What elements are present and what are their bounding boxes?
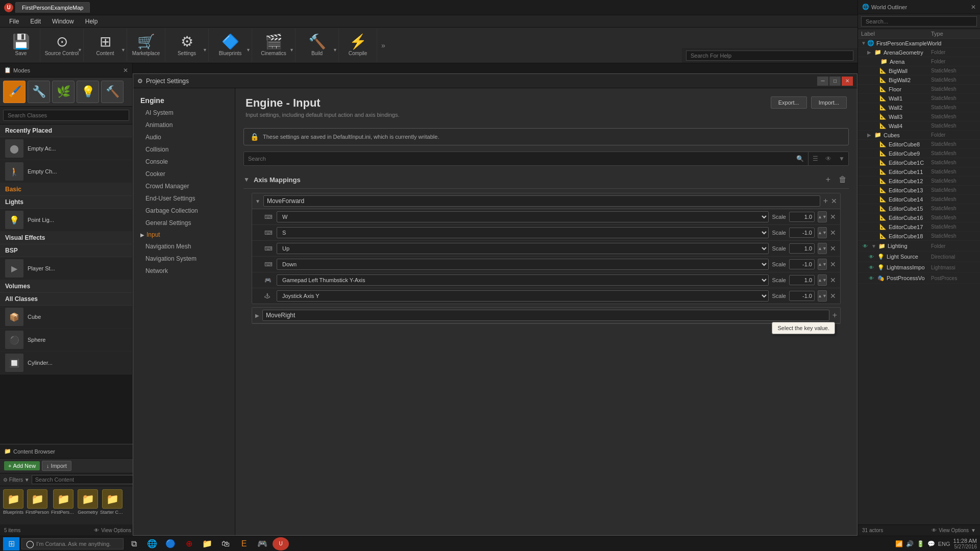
mode-icon-0[interactable]: 🖌️ bbox=[3, 81, 26, 103]
store-button[interactable]: 🛍 bbox=[217, 537, 234, 550]
place-item-1[interactable]: 🚶 Empty Ch... bbox=[0, 160, 132, 183]
cinematics-button[interactable]: 🎬 Cinematics ▼ bbox=[252, 29, 296, 62]
wo-item-lightmass[interactable]: 👁 💡 LightmassImpo Lightmassi bbox=[858, 262, 980, 273]
mode-icon-1[interactable]: 🔧 bbox=[28, 81, 50, 103]
content-search-input[interactable] bbox=[32, 475, 139, 484]
scale-arrow-s[interactable]: ▲▼ bbox=[818, 227, 827, 238]
category-bsp[interactable]: BSP bbox=[0, 244, 132, 257]
mg-expand-arrow-0[interactable]: ▼ bbox=[255, 198, 260, 204]
axis-section-arrow[interactable]: ▼ bbox=[243, 176, 250, 183]
import-button[interactable]: ↓ Import bbox=[42, 461, 71, 471]
scale-arrow-gamepad[interactable]: ▲▼ bbox=[818, 274, 827, 286]
scale-arrow-down[interactable]: ▲▼ bbox=[818, 259, 827, 270]
menu-help[interactable]: Help bbox=[80, 17, 103, 26]
ps-nav-console[interactable]: Console bbox=[133, 156, 235, 168]
mg-add-binding-button-0[interactable]: + bbox=[823, 196, 828, 206]
scale-arrow-w[interactable]: ▲▼ bbox=[818, 211, 827, 222]
cb-view-options-button[interactable]: 👁 View Options ▼ bbox=[94, 528, 138, 533]
axis-delete-button[interactable]: 🗑 bbox=[837, 174, 849, 185]
mg-expand-arrow-1[interactable]: ▶ bbox=[255, 313, 259, 318]
ps-nav-input-group[interactable]: ▶ Input bbox=[133, 229, 235, 240]
mg-name-input-0[interactable] bbox=[263, 195, 820, 207]
wo-item-world[interactable]: ▼ 🌐 FirstPersonExampleWorld bbox=[858, 39, 980, 48]
wo-vis-lighting[interactable]: 👁 bbox=[861, 242, 869, 250]
world-outliner-close[interactable]: ✕ bbox=[971, 4, 976, 11]
mode-icon-4[interactable]: 🔨 bbox=[101, 81, 124, 103]
binding-scale-input-up[interactable] bbox=[789, 243, 815, 254]
ps-nav-audio[interactable]: Audio bbox=[133, 131, 235, 143]
wo-item-floor[interactable]: 📐 Floor StaticMesh bbox=[858, 85, 980, 94]
settings-button[interactable]: ⚙ Settings ▼ bbox=[165, 29, 209, 62]
wo-item-lightsource[interactable]: 👁 💡 Light Source Directional bbox=[858, 252, 980, 262]
source-control-button[interactable]: ⊙ Source Control ▼ bbox=[40, 29, 84, 62]
binding-scale-input-s[interactable] bbox=[789, 228, 815, 238]
ps-nav-end-user-settings[interactable]: End-User Settings bbox=[133, 192, 235, 205]
steam-button[interactable]: 🎮 bbox=[254, 537, 271, 550]
volume-icon[interactable]: 🔊 bbox=[906, 540, 914, 547]
battery-icon[interactable]: 🔋 bbox=[917, 540, 924, 547]
explorer-button[interactable]: 📁 bbox=[199, 537, 215, 550]
wo-item-arena-geo[interactable]: ▶ 📁 ArenaGeometry Folder bbox=[858, 48, 980, 57]
binding-remove-button-joystick[interactable]: ✕ bbox=[830, 292, 836, 300]
wo-view-options-button[interactable]: 👁 View Options ▼ bbox=[932, 528, 976, 533]
cb-folder-2[interactable]: 📁 FirstPerson CPP bbox=[51, 489, 76, 515]
ps-nav-navigation-system[interactable]: Navigation System bbox=[133, 253, 235, 265]
place-item-cylinder[interactable]: 🔲 Cylinder... bbox=[0, 352, 132, 374]
wo-item-cube14[interactable]: 📐 EditorCube14 StaticMesh bbox=[858, 195, 980, 204]
opera-button[interactable]: ⊕ bbox=[181, 537, 197, 550]
place-item-0[interactable]: ⬤ Empty Ac... bbox=[0, 137, 132, 160]
cb-folder-3[interactable]: 📁 Geometry bbox=[78, 489, 98, 515]
ps-nav-garbage-collection[interactable]: Garbage Collection bbox=[133, 205, 235, 217]
ps-minimize-button[interactable]: ─ bbox=[817, 77, 828, 86]
ps-maximize-button[interactable]: □ bbox=[829, 77, 841, 86]
wo-item-arena[interactable]: 📁 Arena Folder bbox=[858, 57, 980, 66]
ps-nav-ai-system[interactable]: AI System bbox=[133, 107, 235, 119]
category-recently-placed[interactable]: Recently Placed bbox=[0, 124, 132, 137]
wo-item-cube8[interactable]: 📐 EditorCube8 StaticMesh bbox=[858, 140, 980, 149]
place-item-cube[interactable]: 📦 Cube bbox=[0, 306, 132, 329]
ps-close-button[interactable]: ✕ bbox=[842, 77, 853, 86]
wo-item-wall3[interactable]: 📐 Wall3 StaticMesh bbox=[858, 112, 980, 121]
edge2-button[interactable]: 🔵 bbox=[162, 537, 179, 550]
binding-scale-input-down[interactable] bbox=[789, 259, 815, 269]
wo-search-input[interactable] bbox=[861, 16, 977, 27]
binding-remove-button-w[interactable]: ✕ bbox=[830, 213, 836, 221]
category-volumes[interactable]: Volumes bbox=[0, 280, 132, 293]
ps-nav-input[interactable]: Input bbox=[146, 231, 160, 238]
wo-item-cube1c[interactable]: 📐 EditorCube1C StaticMesh bbox=[858, 158, 980, 167]
binding-remove-button-s[interactable]: ✕ bbox=[830, 229, 836, 237]
eye-view-button[interactable]: 👁 bbox=[822, 152, 835, 165]
binding-key-select-s[interactable]: S bbox=[277, 227, 769, 238]
mg-add-binding-button-1[interactable]: + bbox=[832, 311, 837, 320]
marketplace-button[interactable]: 🛒 Marketplace bbox=[127, 29, 165, 62]
cortana-search[interactable]: ◯ I'm Cortana. Ask me anything. bbox=[21, 538, 124, 549]
search-classes-input[interactable] bbox=[3, 110, 129, 121]
cb-folder-0[interactable]: 📁 Blueprints bbox=[3, 489, 23, 515]
toolbar-more-button[interactable]: » bbox=[377, 29, 389, 62]
place-item-sphere[interactable]: ⚫ Sphere bbox=[0, 329, 132, 352]
ps-nav-general-settings[interactable]: General Settings bbox=[133, 217, 235, 229]
scale-arrow-joystick[interactable]: ▲▼ bbox=[818, 290, 827, 302]
task-view-button[interactable]: ⧉ bbox=[126, 537, 142, 550]
category-all-classes[interactable]: All Classes bbox=[0, 293, 132, 306]
ps-nav-collision[interactable]: Collision bbox=[133, 143, 235, 156]
axis-add-button[interactable]: + bbox=[824, 174, 832, 185]
wo-item-cube13[interactable]: 📐 EditorCube13 StaticMesh bbox=[858, 186, 980, 195]
notification-icon[interactable]: 💬 bbox=[927, 540, 935, 547]
category-basic[interactable]: Basic bbox=[0, 183, 132, 196]
edge-button[interactable]: 🌐 bbox=[144, 537, 160, 550]
wo-vis-postprocess[interactable]: 👁 bbox=[867, 274, 875, 282]
cb-folder-4[interactable]: 📁 Starter Content bbox=[100, 489, 125, 515]
import-button[interactable]: Import... bbox=[811, 96, 847, 109]
build-button[interactable]: 🔨 Build ▼ bbox=[296, 29, 339, 62]
wo-item-cube15[interactable]: 📐 EditorCube15 StaticMesh bbox=[858, 204, 980, 213]
cb-folder-1[interactable]: 📁 FirstPerson bbox=[26, 489, 49, 515]
mode-icon-2[interactable]: 🌿 bbox=[52, 81, 75, 103]
blueprints-button[interactable]: 🔷 Blueprints ▼ bbox=[209, 29, 252, 62]
wo-vis-lightsource[interactable]: 👁 bbox=[867, 253, 875, 261]
wo-item-cube11[interactable]: 📐 EditorCube11 StaticMesh bbox=[858, 167, 980, 177]
modes-close[interactable]: ✕ bbox=[123, 67, 128, 74]
compile-button[interactable]: ⚡ Compile bbox=[339, 29, 377, 62]
binding-remove-button-up[interactable]: ✕ bbox=[830, 244, 836, 253]
binding-remove-button-gamepad[interactable]: ✕ bbox=[830, 276, 836, 284]
